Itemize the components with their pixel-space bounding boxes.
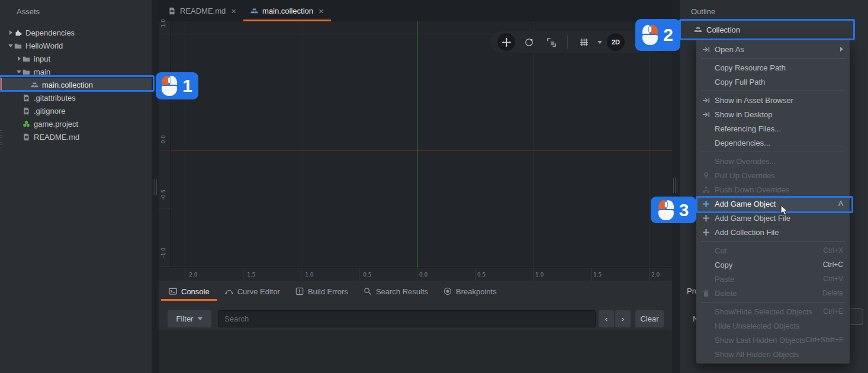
scale-tool-button[interactable] [542, 33, 560, 51]
menu-divider [701, 302, 845, 303]
assets-panel-edge-grip[interactable] [0, 130, 2, 148]
rotate-tool-button[interactable] [520, 33, 538, 51]
outline-context-menu: Open As Copy Resource Path Copy Full Pat… [696, 40, 850, 364]
tab-build-errors[interactable]: Build Errors [288, 282, 356, 301]
folder-icon [14, 42, 23, 50]
tree-item-game-project[interactable]: game.project [0, 117, 152, 130]
menu-item-show-in-desktop[interactable]: Show in Desktop [696, 107, 850, 121]
menu-item-copy-resource-path[interactable]: Copy Resource Path [696, 60, 850, 75]
ruler-label: -1.5 [245, 272, 256, 278]
expander-expanded-icon[interactable] [15, 70, 22, 73]
tree-item-main[interactable]: main [0, 65, 152, 78]
trash-icon [702, 290, 715, 297]
tab-readme[interactable]: README.md × [161, 0, 243, 21]
step-marker-1: 1 [156, 72, 198, 99]
ruler-label: -2.0 [187, 272, 198, 278]
tab-main-collection[interactable]: main.collection × [243, 0, 331, 21]
grid-icon [579, 37, 589, 47]
clear-button[interactable]: Clear [635, 310, 664, 327]
menu-item-paste: Paste Ctrl+V [696, 272, 850, 286]
menu-divider [701, 58, 845, 59]
expander-collapsed-icon[interactable] [15, 56, 22, 61]
y-axis-line [417, 21, 417, 268]
menu-item-open-as[interactable]: Open As [696, 42, 850, 56]
folder-icon [22, 55, 31, 63]
menu-item-add-collection-file[interactable]: Add Collection File [696, 225, 850, 239]
expander-collapsed-icon[interactable] [7, 30, 14, 35]
menu-divider [701, 91, 845, 91]
menu-item-dependencies[interactable]: Dependencies... [696, 136, 850, 150]
menu-item-add-game-object[interactable]: Add Game Object A [696, 197, 850, 211]
menu-item-copy[interactable]: Copy Ctrl+C [696, 258, 850, 272]
plus-icon [702, 229, 715, 236]
tree-item-gitignore[interactable]: .gitignore [0, 104, 152, 117]
right-splitter[interactable] [672, 0, 680, 373]
tab-label: Search Results [376, 287, 428, 296]
tab-search-results[interactable]: Search Results [356, 282, 436, 301]
move-icon [501, 37, 512, 47]
search-input[interactable] [218, 310, 596, 327]
ruler-label: 0.0 [419, 272, 427, 278]
close-icon[interactable]: × [231, 6, 236, 16]
tab-breakpoints[interactable]: Breakpoints [436, 282, 504, 301]
step-number: 2 [663, 26, 673, 44]
right-splitter-grip[interactable] [673, 178, 677, 193]
jump-icon [702, 46, 715, 53]
chevron-down-icon[interactable] [597, 41, 602, 44]
grid-snap-button[interactable] [575, 33, 593, 51]
ruler-label: -1.0 [303, 272, 314, 278]
move-tool-button[interactable] [497, 33, 515, 51]
puzzle-icon [14, 29, 23, 37]
submenu-arrow-icon [840, 47, 843, 52]
ruler-label: 1.0 [535, 272, 544, 278]
folder-icon [22, 68, 31, 76]
console-tab-bar: Console Curve Editor Build Errors Search… [159, 281, 672, 301]
close-icon[interactable]: × [319, 6, 324, 16]
tab-label: Console [181, 287, 210, 296]
menu-item-add-game-object-file[interactable]: Add Game Object File [696, 211, 850, 225]
console-panel: Console Curve Editor Build Errors Search… [159, 281, 672, 373]
ruler-label: 1.0 [160, 19, 166, 27]
pull-up-icon [702, 172, 715, 179]
tree-item-label: HelloWorld [25, 41, 63, 50]
2d-mode-button[interactable]: 2D [607, 33, 625, 51]
tree-item-main-collection[interactable]: main.collection [0, 78, 152, 91]
console-output [159, 330, 672, 373]
tree-item-gitattributes[interactable]: .gitattributes [0, 91, 152, 104]
left-splitter[interactable] [152, 0, 159, 373]
tree-item-dependencies[interactable]: Dependencies [0, 26, 152, 39]
tab-label: Curve Editor [237, 287, 280, 296]
menu-item-show-all-hidden: Show All Hidden Objects [696, 347, 850, 361]
mouse-right-click-icon [642, 25, 658, 45]
tab-curve-editor[interactable]: Curve Editor [217, 282, 288, 301]
expander-expanded-icon[interactable] [7, 44, 14, 47]
console-filter-bar: Filter ‹ › Clear [159, 310, 672, 328]
prev-match-button[interactable]: ‹ [599, 310, 614, 327]
menu-item-show-last-hidden: Show Last Hidden Objects Ctrl+Shift+E [696, 333, 850, 347]
mouse-cursor [780, 205, 788, 216]
step-number: 1 [182, 77, 192, 95]
collection-icon [31, 81, 40, 89]
next-match-button[interactable]: › [615, 310, 631, 327]
jump-icon [702, 111, 715, 118]
filter-dropdown[interactable]: Filter [168, 310, 211, 327]
plus-icon [702, 200, 715, 208]
scene-viewport[interactable]: 2D [171, 21, 672, 268]
ruler-label: 0.5 [477, 272, 486, 278]
gridline [171, 266, 672, 266]
tree-item-helloworld[interactable]: HelloWorld [0, 39, 152, 52]
outline-item-collection[interactable]: Collection [681, 21, 853, 38]
ruler-label: 2.0 [651, 272, 660, 278]
tree-item-readme[interactable]: README.md [0, 130, 152, 143]
tab-console[interactable]: Console [161, 282, 217, 301]
menu-item-cut: Cut Ctrl+X [696, 243, 850, 258]
menu-item-referencing-files[interactable]: Referencing Files... [696, 121, 850, 136]
menu-item-copy-full-path[interactable]: Copy Full Path [696, 75, 850, 89]
step-number: 3 [679, 201, 689, 219]
menu-item-show-in-asset-browser[interactable]: Show in Asset Browser [696, 93, 850, 107]
tree-item-input[interactable]: input [0, 52, 152, 65]
x-axis-line [171, 150, 672, 150]
filter-label: Filter [176, 314, 194, 323]
gridline [185, 21, 185, 268]
left-splitter-grip[interactable] [153, 179, 157, 195]
